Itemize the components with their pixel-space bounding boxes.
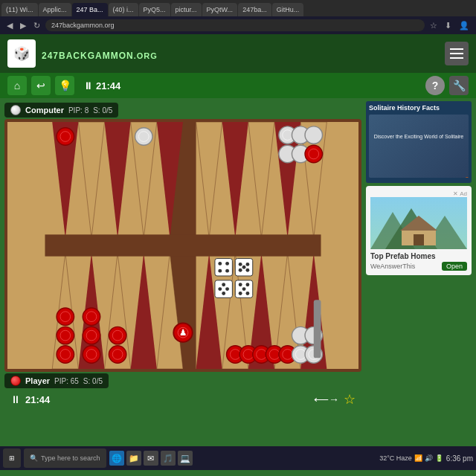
- settings-button[interactable]: 🔧: [449, 76, 469, 95]
- ad-title: Top Prefab Homes: [370, 252, 467, 260]
- home-icon: ⌂: [14, 80, 20, 91]
- taskbar-icon-1[interactable]: 🌐: [109, 451, 124, 466]
- browser-tab-bar: (11) Wi... Applic... 247 Ba... (40) i...…: [0, 0, 476, 16]
- timer-value: 21:44: [96, 80, 120, 91]
- svg-rect-92: [314, 300, 321, 358]
- computer-score-label: S: 0/5: [93, 106, 112, 115]
- ad-card: ✕ Ad: [366, 186, 472, 275]
- solitaire-image[interactable]: Discover the Exciting World of Solitaire…: [369, 115, 469, 178]
- svg-point-73: [239, 263, 242, 266]
- computer-name: Computer: [25, 106, 64, 115]
- play-button[interactable]: ▶: [460, 177, 469, 178]
- svg-point-39: [57, 308, 74, 325]
- search-icon: 🔍: [30, 454, 38, 462]
- game-wrapper: 🎲 247BACKGAMMON.ORG ⌂ ↩ 💡 ⏸ 21:44 ?: [0, 34, 476, 446]
- solitaire-facts-title: Solitaire History Facts: [369, 104, 469, 112]
- tab-2[interactable]: Applic...: [39, 3, 71, 16]
- taskbar-icon-3[interactable]: ✉: [144, 451, 158, 466]
- taskbar-icon-2[interactable]: 📁: [126, 451, 141, 466]
- help-icon: ?: [432, 80, 439, 91]
- system-tray: 32°C Haze 📶 🔊 🔋: [379, 454, 443, 462]
- tab-github[interactable]: GitHu...: [272, 3, 304, 16]
- search-label: Type here to search: [41, 454, 100, 462]
- home-button[interactable]: ⌂: [7, 76, 27, 95]
- board-area: Computer PIP: 8 S: 0/5: [4, 101, 361, 443]
- profile-button[interactable]: 👤: [457, 21, 472, 30]
- solitaire-facts-panel: Solitaire History Facts Discover the Exc…: [366, 101, 472, 183]
- timer-display: ⏸ 21:44: [83, 80, 120, 91]
- star-button[interactable]: ☆: [344, 391, 356, 408]
- battery-icon: 🔋: [435, 454, 443, 462]
- weather-text: 32°C Haze: [379, 454, 412, 462]
- svg-point-74: [245, 263, 249, 266]
- taskbar-icon-5[interactable]: 💻: [178, 451, 193, 466]
- ad-open-button[interactable]: Open: [442, 262, 467, 271]
- svg-point-45: [83, 308, 100, 325]
- hint-button[interactable]: 💡: [55, 76, 74, 95]
- svg-point-85: [245, 283, 249, 286]
- forward-button[interactable]: ▶: [18, 21, 28, 30]
- svg-point-75: [242, 266, 246, 269]
- svg-point-30: [305, 126, 322, 144]
- ad-source: WeAnswerThis: [370, 263, 415, 270]
- svg-point-37: [57, 327, 74, 344]
- svg-text:♟: ♟: [179, 328, 187, 337]
- search-bar[interactable]: 🔍 Type here to search: [24, 448, 106, 468]
- clock: 6:36 pm: [446, 454, 473, 463]
- ad-panel: Solitaire History Facts Discover the Exc…: [366, 101, 472, 443]
- pause-button[interactable]: ⏸: [10, 393, 21, 405]
- timer-bottom: 21:44: [25, 394, 50, 405]
- toolbar: ⌂ ↩ 💡 ⏸ 21:44 ? 🔧: [0, 73, 476, 98]
- help-button[interactable]: ?: [425, 76, 445, 95]
- ad-image[interactable]: [370, 197, 467, 249]
- svg-point-43: [83, 327, 100, 344]
- bottom-controls: ⏸ 21:44 ⟵→ ☆: [4, 390, 361, 409]
- speaker-icon: 🔊: [425, 454, 433, 462]
- menu-button[interactable]: [445, 42, 469, 65]
- svg-point-81: [225, 287, 229, 291]
- download-button[interactable]: ⬇: [443, 21, 454, 30]
- tab-5[interactable]: PyQ5...: [139, 3, 170, 16]
- player-score-label: S: 0/5: [83, 377, 103, 385]
- tab-8[interactable]: 247ba...: [238, 3, 271, 16]
- computer-checker-icon: [10, 105, 21, 115]
- menu-line-3: [450, 57, 463, 59]
- svg-point-33: [305, 145, 322, 162]
- svg-point-80: [218, 287, 222, 291]
- url-bar[interactable]: 247backgammon.org: [45, 19, 425, 31]
- back-button[interactable]: ◀: [4, 21, 15, 30]
- menu-line-1: [450, 48, 463, 50]
- taskbar-right: 32°C Haze 📶 🔊 🔋 6:36 pm: [379, 454, 473, 463]
- start-button[interactable]: ⊞: [3, 448, 21, 468]
- tab-4[interactable]: (40) i...: [109, 3, 138, 16]
- solitaire-ad-text: Discover the Exciting World of Solitaire: [371, 131, 466, 142]
- game-header: 🎲 247BACKGAMMON.ORG: [0, 34, 476, 73]
- svg-point-71: [225, 269, 229, 273]
- tab-1[interactable]: (11) Wi...: [1, 3, 38, 16]
- svg-point-49: [109, 327, 126, 344]
- bookmark-button[interactable]: ☆: [428, 21, 440, 30]
- hint-icon: 💡: [59, 80, 71, 91]
- tab-247backgammon[interactable]: 247 Ba...: [72, 3, 108, 16]
- svg-point-41: [83, 346, 100, 363]
- player-name: Player: [25, 376, 50, 385]
- svg-point-87: [239, 292, 242, 295]
- taskbar-icon-4[interactable]: 🎵: [161, 451, 176, 466]
- refresh-button[interactable]: ↻: [31, 21, 42, 30]
- svg-point-86: [242, 287, 246, 291]
- pause-icon[interactable]: ⏸: [83, 80, 93, 91]
- svg-point-82: [222, 292, 225, 295]
- tab-6[interactable]: pictur...: [171, 3, 202, 16]
- tab-7[interactable]: PyQtW...: [202, 3, 238, 16]
- svg-rect-99: [414, 234, 424, 245]
- svg-point-77: [245, 268, 249, 272]
- wifi-icon: 📶: [414, 454, 422, 462]
- undo-button[interactable]: ↩: [31, 76, 51, 95]
- logo-text: 247BACKGAMMON.ORG: [42, 45, 158, 62]
- main-content: Computer PIP: 8 S: 0/5: [0, 98, 476, 446]
- computer-pip-label: PIP: 8: [68, 106, 89, 115]
- arrows-button[interactable]: ⟵→: [314, 393, 339, 405]
- backgammon-board[interactable]: ♟: [4, 119, 361, 372]
- svg-point-79: [222, 283, 225, 286]
- player-label: Player PIP: 65 S: 0/5: [4, 373, 109, 388]
